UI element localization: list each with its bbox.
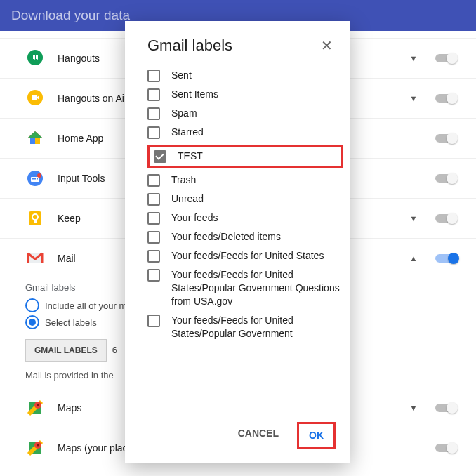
label-item[interactable]: TEST xyxy=(147,145,343,168)
gmail-labels-button[interactable]: GMAIL LABELS xyxy=(25,339,107,362)
label-text: Your feeds/Feeds for United States/Popul… xyxy=(171,314,343,341)
chevron-down-icon[interactable]: ▼ xyxy=(407,404,420,412)
include-toggle[interactable] xyxy=(435,214,456,223)
labels-list[interactable]: SentSent ItemsSpamStarredTESTTrashUnread… xyxy=(125,60,350,412)
svg-rect-4 xyxy=(35,138,40,144)
mail-icon xyxy=(25,249,45,268)
cancel-button[interactable]: CANCEL xyxy=(228,422,289,449)
radio-include-all[interactable] xyxy=(25,298,39,312)
checkbox[interactable] xyxy=(147,70,160,82)
label-text: Sent xyxy=(171,69,343,82)
label-text: Your feeds/Feeds for United States xyxy=(171,249,343,263)
include-toggle[interactable] xyxy=(435,94,456,103)
radio-label: Select labels xyxy=(45,317,97,328)
label-text: Starred xyxy=(171,126,343,139)
svg-rect-7 xyxy=(32,178,34,180)
include-toggle[interactable] xyxy=(435,254,456,263)
maps-your-places-icon xyxy=(25,438,45,458)
checkbox[interactable] xyxy=(147,212,160,225)
ok-button[interactable]: OK xyxy=(297,422,336,449)
svg-rect-13 xyxy=(34,219,37,223)
svg-rect-9 xyxy=(37,178,38,180)
label-item[interactable]: Sent xyxy=(147,69,343,82)
chevron-up-icon[interactable]: ▲ xyxy=(407,254,420,263)
label-text: Trash xyxy=(171,173,343,187)
include-toggle[interactable] xyxy=(435,404,456,412)
label-item[interactable]: Your feeds xyxy=(147,211,343,225)
label-item[interactable]: Sent Items xyxy=(147,88,343,101)
svg-rect-3 xyxy=(30,138,35,144)
include-toggle[interactable] xyxy=(435,134,456,143)
include-toggle[interactable] xyxy=(435,54,456,62)
checkbox[interactable] xyxy=(147,250,160,263)
checkbox[interactable] xyxy=(147,174,160,187)
checkbox[interactable] xyxy=(147,231,160,244)
checkbox[interactable] xyxy=(154,150,166,163)
input-tools-icon xyxy=(25,168,45,188)
include-toggle[interactable] xyxy=(435,174,456,183)
checkbox[interactable] xyxy=(147,269,160,282)
label-item[interactable]: Your feeds/Feeds for United States xyxy=(147,249,343,263)
maps-icon xyxy=(25,398,45,418)
label-text: Unread xyxy=(171,192,343,206)
label-item[interactable]: Spam xyxy=(147,107,343,120)
checkbox[interactable] xyxy=(147,126,160,139)
label-text: Your feeds xyxy=(171,211,343,225)
label-item[interactable]: Your feeds/Feeds for United States/Popul… xyxy=(147,314,343,341)
radio-label: Include all of your mail xyxy=(45,300,135,311)
checkbox[interactable] xyxy=(147,315,160,327)
close-icon[interactable]: ✕ xyxy=(321,39,333,53)
label-text: Sent Items xyxy=(171,88,343,101)
checkbox[interactable] xyxy=(147,107,160,120)
svg-point-17 xyxy=(37,404,39,406)
chevron-down-icon[interactable]: ▼ xyxy=(407,94,420,103)
chevron-down-icon[interactable]: ▼ xyxy=(407,214,420,223)
svg-rect-8 xyxy=(34,178,36,180)
page-title: Download your data xyxy=(11,8,130,22)
hangouts-icon xyxy=(25,48,45,68)
label-text: Spam xyxy=(171,107,343,120)
svg-point-10 xyxy=(37,173,41,178)
label-text: Your feeds/Deleted items xyxy=(171,230,343,244)
gmail-labels-dialog: Gmail labels ✕ SentSent ItemsSpamStarred… xyxy=(125,21,350,463)
labels-count: 6 xyxy=(112,345,117,355)
label-item[interactable]: Trash xyxy=(147,173,343,187)
svg-rect-2 xyxy=(32,95,37,100)
svg-point-20 xyxy=(37,444,39,447)
keep-icon xyxy=(25,209,45,228)
label-text: Your feeds/Feeds for United States/Popul… xyxy=(171,268,343,308)
label-item[interactable]: Starred xyxy=(147,126,343,139)
label-text: TEST xyxy=(178,150,336,163)
label-item[interactable]: Your feeds/Deleted items xyxy=(147,230,343,244)
home-app-icon xyxy=(25,128,45,148)
checkbox[interactable] xyxy=(147,88,160,101)
include-toggle[interactable] xyxy=(435,444,456,452)
dialog-title: Gmail labels xyxy=(147,37,232,55)
label-item[interactable]: Unread xyxy=(147,192,343,206)
radio-select-labels[interactable] xyxy=(25,315,39,329)
chevron-down-icon[interactable]: ▼ xyxy=(407,54,420,62)
label-item[interactable]: Your feeds/Feeds for United States/Popul… xyxy=(147,268,343,308)
checkbox[interactable] xyxy=(147,193,160,206)
hangouts-on-air-icon xyxy=(25,88,45,108)
